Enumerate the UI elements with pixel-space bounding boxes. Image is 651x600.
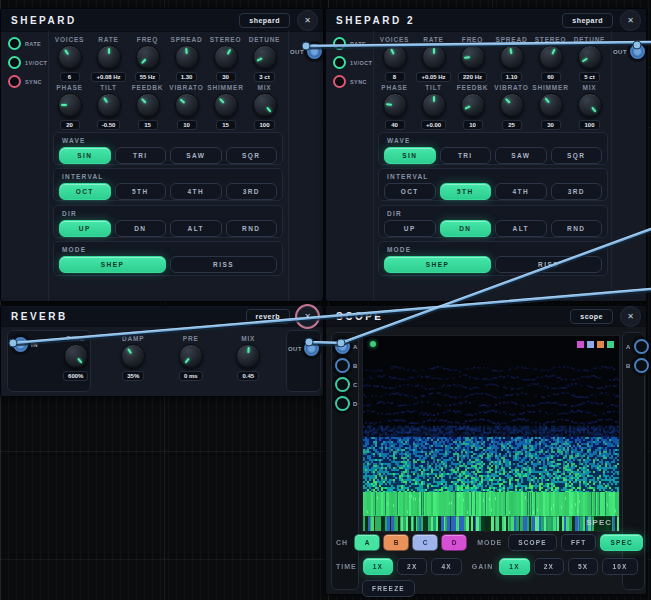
option-alt[interactable]: ALT [495,220,547,237]
port-c[interactable] [335,377,350,392]
time-knob[interactable] [64,344,88,368]
toggle-1v-oct[interactable]: 1V/OCT [8,56,48,69]
panel-name-badge[interactable]: scope [570,309,613,324]
vibrato-knob[interactable] [500,93,524,117]
channel-button-b[interactable]: B [383,534,409,551]
option-rnd[interactable]: RND [551,220,603,237]
toggle-sync[interactable]: SYNC [8,75,48,88]
port-a[interactable] [634,339,649,354]
toggle-rate[interactable]: RATE [8,37,48,50]
in-port[interactable] [13,337,28,352]
option-rnd[interactable]: RND [226,220,278,237]
mix-knob[interactable] [253,93,277,117]
voices-knob[interactable] [383,45,407,69]
option-tri[interactable]: TRI [440,147,492,164]
option-tri[interactable]: TRI [115,147,167,164]
voices-knob[interactable] [58,45,82,69]
port-a[interactable] [335,339,350,354]
channel-button-d[interactable]: D [441,534,467,551]
mix-knob[interactable] [236,344,260,368]
rate-knob[interactable] [97,45,121,69]
toggle-sync[interactable]: SYNC [333,75,373,88]
freeze-button[interactable]: FREEZE [362,580,415,597]
button-fft[interactable]: FFT [561,534,597,551]
stereo-knob[interactable] [539,45,563,69]
mix-knob[interactable] [578,93,602,117]
shimmer-knob[interactable] [214,93,238,117]
option-oct[interactable]: OCT [59,183,111,200]
out-port[interactable] [304,341,319,356]
close-icon[interactable]: ✕ [620,306,641,327]
freq-knob[interactable] [136,45,160,69]
port-d[interactable] [335,396,350,411]
output-strip: OUT [288,31,323,301]
out-port[interactable] [630,44,645,59]
option-4th[interactable]: 4TH [170,183,222,200]
option-sqr[interactable]: SQR [226,147,278,164]
tilt-knob[interactable] [422,93,446,117]
option-up[interactable]: UP [59,220,111,237]
option-saw[interactable]: SAW [495,147,547,164]
feedbk-knob[interactable] [136,93,160,117]
spread-knob[interactable] [175,45,199,69]
option-sin[interactable]: SIN [384,147,436,164]
button-1x[interactable]: 1X [363,558,393,575]
option-riss[interactable]: RISS [170,256,277,273]
shimmer-knob[interactable] [539,93,563,117]
detune-knob[interactable] [253,45,277,69]
channel-button-a[interactable]: A [354,534,380,551]
feedbk-knob[interactable] [461,93,485,117]
panel-name-badge[interactable]: shepard [239,13,290,28]
button-spec[interactable]: SPEC [600,534,643,551]
panel-name-badge[interactable]: shepard [562,13,613,28]
knob-cell: TIME600% [47,335,105,381]
port-b[interactable] [634,358,649,373]
close-icon[interactable]: ✕ [297,306,318,327]
option-sqr[interactable]: SQR [551,147,603,164]
option-shep[interactable]: SHEP [384,256,491,273]
phase-knob[interactable] [383,93,407,117]
panel-header: SHEPARD 2 shepard ✕ [326,9,646,32]
option-up[interactable]: UP [384,220,436,237]
option-alt[interactable]: ALT [170,220,222,237]
button-10x[interactable]: 10X [602,558,637,575]
option-sin[interactable]: SIN [59,147,111,164]
option-shep[interactable]: SHEP [59,256,166,273]
button-5x[interactable]: 5X [568,558,598,575]
freq-knob[interactable] [461,45,485,69]
toggle-rate[interactable]: RATE [333,37,373,50]
tilt-knob[interactable] [97,93,121,117]
option-5th[interactable]: 5TH [440,183,492,200]
button-2x[interactable]: 2X [397,558,427,575]
detune-knob[interactable] [578,45,602,69]
option-3rd[interactable]: 3RD [226,183,278,200]
close-icon[interactable]: ✕ [297,10,318,31]
button-1x[interactable]: 1X [499,558,529,575]
spread-knob[interactable] [500,45,524,69]
stereo-knob[interactable] [214,45,238,69]
option-dn[interactable]: DN [440,220,492,237]
option-5th[interactable]: 5TH [115,183,167,200]
damp-knob[interactable] [121,344,145,368]
option-4th[interactable]: 4TH [495,183,547,200]
option-saw[interactable]: SAW [170,147,222,164]
rate-knob[interactable] [422,45,446,69]
button-scope[interactable]: SCOPE [508,534,557,551]
knob-pointer [226,49,231,55]
port-b[interactable] [335,358,350,373]
vibrato-knob[interactable] [175,93,199,117]
close-icon[interactable]: ✕ [620,10,641,31]
knob-value: 60 [541,72,561,82]
panel-name-badge[interactable]: reverb [246,309,290,324]
phase-knob[interactable] [58,93,82,117]
option-oct[interactable]: OCT [384,183,436,200]
pre-knob[interactable] [179,344,203,368]
option-riss[interactable]: RISS [495,256,602,273]
option-dn[interactable]: DN [115,220,167,237]
button-2x[interactable]: 2X [534,558,564,575]
option-3rd[interactable]: 3RD [551,183,603,200]
button-4x[interactable]: 4X [431,558,461,575]
channel-button-c[interactable]: C [412,534,438,551]
toggle-1v-oct[interactable]: 1V/OCT [333,56,373,69]
out-port[interactable] [307,44,322,59]
